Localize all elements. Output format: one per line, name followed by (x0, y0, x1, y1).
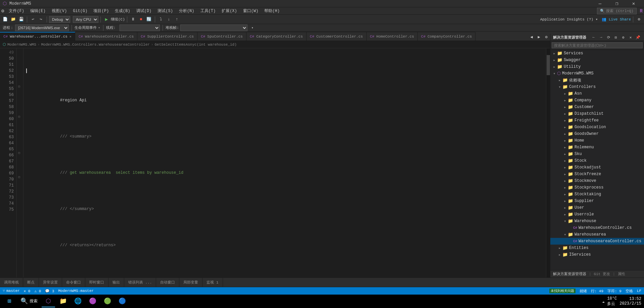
tab-command[interactable]: 命令窗口 (62, 278, 85, 287)
tab-locals[interactable]: 局部变量 (179, 278, 202, 287)
taskbar-others[interactable]: 🟣 (86, 295, 99, 307)
thread-dropdown[interactable] (120, 24, 160, 31)
editor-scrollbar[interactable] (546, 48, 550, 277)
open-btn[interactable]: 📁 (9, 16, 17, 23)
tree-freightfee[interactable]: ▶ 📁 Freightfee (550, 117, 644, 124)
se-search-input[interactable] (552, 42, 643, 48)
breadcrumb-method[interactable]: GetSelectItemsAsnyc(int warehouse_id) (155, 43, 237, 47)
taskbar-chrome[interactable]: 🔵 (116, 295, 129, 307)
collapse-62[interactable]: ⊟ (18, 115, 20, 119)
se-pin-btn[interactable]: 📌 (635, 34, 641, 41)
tree-stockprocess[interactable]: ▶ 📁 Stockprocess (550, 184, 644, 191)
tree-stockmove[interactable]: ▶ 📁 Stockmove (550, 177, 644, 184)
process-dropdown[interactable]: [26716] ModernWMS.exe (15, 24, 69, 31)
settings-btn[interactable]: ⚙ (635, 16, 643, 23)
tab-warehousecontroller[interactable]: C# WarehouseController.cs (75, 32, 137, 41)
menu-extensions[interactable]: 扩展(X) (219, 7, 240, 15)
tab-close-icon[interactable]: ✕ (70, 35, 72, 39)
tab-scroll-left[interactable]: ◀ (528, 33, 535, 41)
menu-debug[interactable]: 调试(D) (134, 7, 154, 15)
tab-exceptions[interactable]: 异常设置 (39, 278, 62, 287)
menu-project[interactable]: 项目(P) (91, 7, 111, 15)
se-collapse-btn[interactable]: ⊟ (612, 34, 619, 41)
menu-tools[interactable]: 工具(T) (198, 7, 219, 15)
collapse-55[interactable]: ⊟ (18, 85, 20, 89)
breadcrumb-path[interactable]: ModernWMS.WMS.Controllers.WarehouseareaC… (41, 43, 149, 47)
menu-build[interactable]: 生成(B) (112, 7, 133, 15)
menu-view[interactable]: 视图(V) (49, 7, 70, 15)
menu-edit[interactable]: 编辑(E) (28, 7, 48, 15)
redo-btn[interactable]: ↪ (37, 16, 45, 23)
tab-spucontroller[interactable]: C# SpuController.cs (197, 32, 246, 41)
search-button[interactable]: 🔍 搜索 (17, 295, 40, 307)
tree-warehouse[interactable]: ▼ 📁 Warehouse (550, 218, 644, 224)
restart-btn[interactable]: 🔄 (145, 16, 153, 23)
se-sync-btn[interactable]: ⟳ (605, 34, 612, 41)
tree-goodsowner[interactable]: ▶ 📁 GoodsOwner (550, 131, 644, 137)
tree-supplier[interactable]: ▶ 📁 Supplier (550, 198, 644, 204)
minimize-button[interactable]: — (592, 0, 608, 7)
debug-config-dropdown[interactable]: Debug (49, 16, 70, 23)
collapse-72[interactable]: ⊟ (18, 175, 20, 179)
se-git-changes-tab[interactable]: Git 更改 (594, 271, 610, 276)
tab-watch[interactable]: 监视 1 (202, 278, 223, 287)
tab-categorycontroller[interactable]: C# CategoryController.cs (246, 32, 307, 41)
menu-git[interactable]: Git(G) (70, 7, 90, 15)
search-box[interactable]: 🔍 搜索 (Ctrl+Q) (597, 8, 636, 14)
tree-warehousearea[interactable]: ▼ 📁 Warehousearea (550, 231, 644, 238)
tab-suppliercontroller[interactable]: C# SupplierController.cs (137, 32, 197, 41)
close-button[interactable]: ✕ (626, 0, 641, 7)
se-solution-explorer-tab[interactable]: 解决方案资源管理器 (553, 271, 586, 276)
step-out-btn[interactable]: ↑ (173, 16, 181, 23)
tree-company[interactable]: ▶ 📁 Company (550, 97, 644, 104)
tab-customercontroller[interactable]: C# CustomerController.cs (307, 32, 367, 41)
tab-settings-btn[interactable]: ⚙ (543, 33, 550, 41)
run-btn[interactable]: ▶ (103, 16, 110, 23)
tree-rolemenu[interactable]: ▶ 📁 Rolemenu (550, 144, 644, 151)
step-into-btn[interactable]: ↓ (165, 16, 173, 23)
tree-customer[interactable]: ▶ 📁 Customer (550, 104, 644, 110)
tree-stockadjust[interactable]: ▶ 📁 Stockadjust (550, 164, 644, 171)
app-insights-btn[interactable]: Application Insights (?) ▾ (540, 17, 598, 21)
maximize-button[interactable]: ❐ (609, 0, 625, 7)
tree-dispatchlist[interactable]: ▶ 📁 Dispatchlist (550, 110, 644, 117)
tree-stocktaking[interactable]: ▶ 📁 Stocktaking (550, 191, 644, 198)
se-settings-btn[interactable]: ⚙ (620, 34, 627, 41)
tree-warehouseareacontroller-file[interactable]: C# WarehouseareaController.cs (550, 238, 644, 245)
warning-count[interactable]: ⚠ 0 (34, 289, 41, 293)
live-share-btn[interactable]: 👥 Live Share (602, 17, 631, 21)
se-properties-tab[interactable]: 属性 (618, 271, 625, 276)
tab-output[interactable]: 输出 (108, 278, 124, 287)
system-clock[interactable]: 13:52 2023/2/15 (619, 297, 641, 306)
save-btn[interactable]: 💾 (17, 16, 25, 23)
tree-swagger[interactable]: ▶ 📁 Swagger (550, 57, 644, 63)
tree-asn[interactable]: ▶ 📁 Asn (550, 90, 644, 97)
taskbar-edge[interactable]: 🌐 (71, 295, 85, 307)
code-content[interactable]: #region Api /// <summary> /// get wareho… (24, 48, 546, 277)
tree-userrole[interactable]: ▶ 📁 Userrole (550, 211, 644, 218)
tab-breakpoints[interactable]: 断点 (23, 278, 39, 287)
taskbar-vs[interactable]: ⬡ (42, 295, 55, 307)
tree-modernwmswms[interactable]: ▼ ⬡ ModernWMS.WMS (550, 70, 644, 77)
scrollbar-thumb[interactable] (547, 55, 550, 75)
tree-services[interactable]: ▶ 📁 Services (550, 50, 644, 57)
cpu-config-dropdown[interactable]: Any CPU (73, 16, 98, 23)
tab-companycontroller[interactable]: C# CompanyController.cs (418, 32, 475, 41)
tree-controllers[interactable]: ▼ 📁 Controllers (550, 84, 644, 90)
taskbar-other2[interactable]: 🟢 (101, 295, 114, 307)
stackframe-expand-btn[interactable]: ▾ (249, 24, 256, 32)
undo-btn[interactable]: ↩ (29, 16, 37, 23)
message-count[interactable]: 💬 3 (45, 289, 54, 293)
menu-window[interactable]: 窗口(W) (240, 7, 261, 15)
step-over-btn[interactable]: ⤵ (157, 16, 165, 23)
tree-stockfreeze[interactable]: ▶ 📁 Stockfreeze (550, 171, 644, 177)
tab-call-stack[interactable]: 调用堆栈 (0, 278, 23, 287)
tree-warehousecontroller-file[interactable]: C# WarehouseController.cs (550, 224, 644, 231)
menu-test[interactable]: 测试(S) (155, 7, 176, 15)
new-file-btn[interactable]: 📄 (1, 16, 9, 23)
error-count[interactable]: ✕ 0 (24, 289, 31, 293)
tree-entities[interactable]: ▶ 📁 Entities (550, 245, 644, 251)
tree-home[interactable]: ▶ 📁 Home (550, 137, 644, 144)
tree-goodslocation[interactable]: ▶ 📁 Goodslocation (550, 124, 644, 131)
tree-iservices[interactable]: ▶ 📁 IServices (550, 251, 644, 258)
